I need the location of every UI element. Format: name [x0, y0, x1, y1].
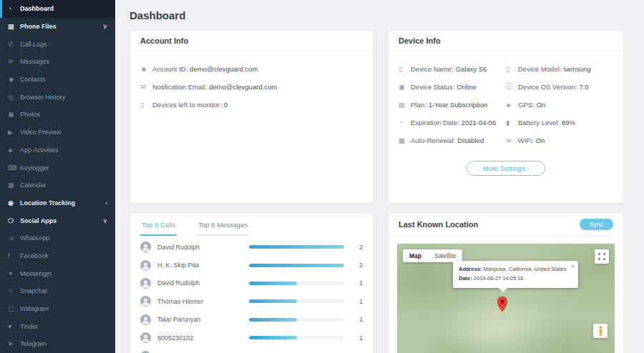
account-info-header: Account Info — [130, 31, 373, 51]
chevron-icon: ∨ — [102, 23, 107, 30]
sidebar-item-phone-files[interactable]: ▤ Phone Files ∨ — [0, 18, 115, 36]
more-settings-button[interactable]: More Settings › — [467, 161, 545, 176]
tab-top-8-messages[interactable]: Top 8 Messages — [197, 213, 249, 236]
sidebar-item-label: Keylogger — [20, 164, 104, 171]
call-row[interactable]: David Rudolph 1 — [140, 274, 363, 292]
contact-name: Talar Parunyan — [157, 316, 249, 323]
sidebar-item-telegram[interactable]: ➤ Telegram — [0, 335, 115, 353]
close-icon[interactable]: × — [571, 262, 575, 272]
call-count: 1 — [354, 279, 363, 287]
sidebar-item-app-activities[interactable]: ◈ App Activities — [0, 141, 115, 159]
call-count: 1 — [354, 298, 363, 305]
messenger-icon: ✦ — [8, 270, 20, 277]
device-info-card: Device Info ▯ Device Name: Galaxy S6 ▣ D… — [388, 30, 624, 204]
tab-top-8-calls[interactable]: Top 8 Calls — [140, 213, 177, 236]
info-window-date-line: Date: 2019-06-27 14:05:16 — [459, 274, 567, 284]
snapchat-icon: ✧ — [8, 287, 20, 294]
sidebar-item-label: Video Preview — [20, 129, 104, 136]
page-title: Dashboard — [130, 9, 624, 23]
sidebar-item-video-preview[interactable]: ▶ Video Preview — [0, 124, 115, 141]
info-row: ▯ Device Model: samsung — [506, 60, 613, 78]
info-row: ☻ Account ID: demo@clevguard.com — [140, 60, 363, 78]
sidebar-item-keylogger[interactable]: ⌨ Keylogger — [0, 159, 115, 176]
avatar — [140, 260, 151, 271]
info-label: Battery Level: — [518, 119, 560, 126]
map-canvas[interactable]: Map Satellite × Address: Mariposa, Calif… — [397, 244, 615, 353]
dashboard-grid: Account Info ☻ Account ID: demo@clevguar… — [130, 30, 624, 353]
sidebar-item-photos[interactable]: ▣ Photos — [0, 106, 115, 124]
sidebar-item-contacts[interactable]: ☻ Contacts — [0, 71, 115, 89]
messages-icon: ✉ — [8, 58, 20, 65]
keylogger-icon: ⌨ — [8, 164, 20, 171]
info-label: Auto-Renewal: — [411, 136, 455, 144]
call-row[interactable]: David Rudolph 2 — [140, 238, 363, 256]
call-row[interactable]: Talar Parunyan 1 — [140, 311, 363, 329]
info-label: Expiration Date: — [411, 119, 459, 126]
call-count: 1 — [354, 316, 363, 323]
device-info-col-left: ▯ Device Name: Galaxy S6 ▣ Device Status… — [399, 60, 506, 149]
info-value: 89% — [562, 119, 575, 126]
tinder-icon: ♥ — [8, 323, 20, 330]
avatar — [140, 332, 151, 343]
sidebar-item-label: Snapchat — [20, 287, 104, 294]
call-row[interactable] — [140, 347, 363, 353]
device-icon: ▯ — [399, 65, 411, 73]
location-tracking-icon: ◉ — [8, 199, 20, 207]
sidebar-item-instagram[interactable]: ▢ Instagram — [0, 300, 115, 318]
info-row: ▣ Device Status: Online — [399, 78, 506, 96]
info-value: 2021-04-06 — [462, 119, 497, 126]
sidebar-item-whatsapp[interactable]: ☏ WhatsApp — [0, 229, 115, 247]
sidebar-item-social-apps[interactable]: ❍ Social Apps ∨ — [0, 212, 115, 229]
sidebar-item-label: Location Tracking — [20, 199, 102, 207]
sidebar-item-messages[interactable]: ✉ Messages — [0, 53, 115, 71]
sidebar-item-location-tracking[interactable]: ◉ Location Tracking › — [0, 194, 115, 212]
sidebar-item-label: Tinder — [20, 323, 104, 330]
sidebar-item-calendar[interactable]: ▦ Calendar — [0, 176, 115, 194]
info-value: 0 — [224, 101, 228, 109]
sidebar-item-call-logs[interactable]: ✆ Call Logs — [0, 35, 115, 53]
info-row: ≋ WiFi: On — [506, 131, 613, 149]
pegman-button[interactable] — [593, 324, 608, 338]
call-row[interactable]: Thomas Hiemer 1 — [140, 292, 363, 310]
device-info-grid: ▯ Device Name: Galaxy S6 ▣ Device Status… — [389, 51, 623, 149]
sidebar-item-snapchat[interactable]: ✧ Snapchat — [0, 282, 115, 300]
location-info-window: × Address: Mariposa, California, United … — [453, 261, 578, 288]
call-count-bar — [249, 336, 344, 339]
sidebar-item-facebook[interactable]: f Facebook — [0, 247, 115, 265]
sidebar-item-dashboard[interactable]: ◔ Dashboard — [0, 0, 115, 18]
phone-files-icon: ▤ — [8, 23, 20, 30]
sync-button[interactable]: Sync — [580, 219, 613, 230]
info-label: Plan: — [411, 101, 426, 109]
account-info-rows: ☻ Account ID: demo@clevguard.com ✉ Notif… — [130, 51, 373, 122]
info-label: GPS: — [518, 101, 535, 109]
fullscreen-button[interactable] — [595, 249, 609, 264]
map-type-map-button[interactable]: Map — [403, 249, 428, 262]
call-row[interactable]: H. K. Skip Pita 2 — [140, 256, 363, 274]
status-icon: ▣ — [399, 83, 411, 91]
sidebar-item-tinder[interactable]: ♥ Tinder — [0, 317, 115, 335]
app-window: ◔ Dashboard ▤ Phone Files ∨ ✆ Call Logs … — [0, 0, 644, 353]
map-marker-icon[interactable] — [497, 297, 507, 312]
battery-icon: ▮ — [506, 119, 518, 126]
gps-icon: ◈ — [506, 101, 518, 109]
info-window-address-line: Address: Mariposa, California, United St… — [459, 265, 567, 274]
sidebar-item-label: Browser History — [20, 94, 104, 101]
info-row: ◈ GPS: On — [506, 96, 613, 114]
info-value: Galaxy S6 — [456, 65, 487, 73]
call-row[interactable]: 8005230102 1 — [140, 329, 363, 347]
info-row: ⓘ Device OS Version: 7.0 — [506, 78, 613, 96]
account-info-title: Account Info — [140, 36, 188, 45]
contact-name: David Rudolph — [157, 244, 249, 251]
social-apps-icon: ❍ — [8, 217, 20, 224]
info-value: demo@clevguard.com — [209, 83, 277, 91]
sidebar-item-browser-history[interactable]: ◎ Browser History — [0, 88, 115, 106]
sidebar-item-messenger[interactable]: ✦ Messenger — [0, 264, 115, 282]
call-count-bar — [249, 264, 344, 267]
sidebar-item-label: Facebook — [20, 252, 104, 259]
info-label: Device Status: — [411, 83, 454, 91]
browser-history-icon: ◎ — [8, 94, 20, 101]
info-value: On — [537, 101, 546, 109]
device-info-title: Device Info — [399, 36, 441, 45]
sidebar-item-label: Messenger — [20, 270, 104, 277]
chevron-icon: › — [105, 199, 107, 207]
